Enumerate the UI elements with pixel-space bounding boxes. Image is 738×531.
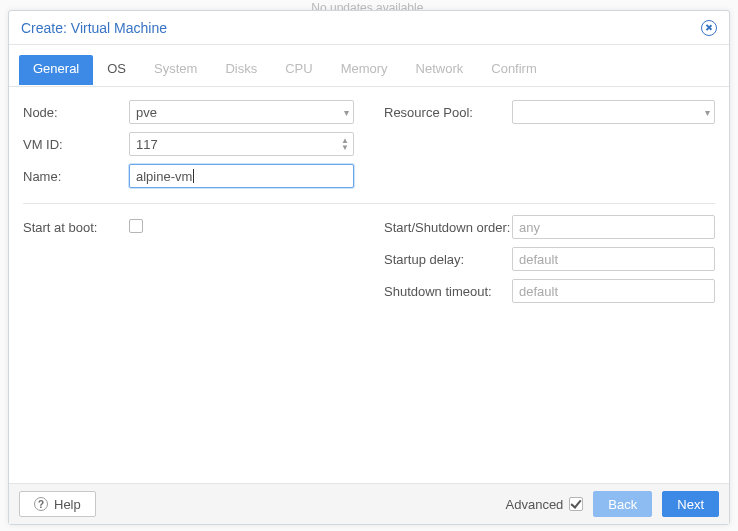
chevron-down-icon: ▾ <box>344 107 349 118</box>
timeout-input[interactable]: default <box>512 279 715 303</box>
delay-value: default <box>519 252 558 267</box>
timeout-value: default <box>519 284 558 299</box>
dialog-footer: ? Help Advanced Back Next <box>9 483 729 524</box>
vmid-spinner[interactable]: 117 ▲▼ <box>129 132 354 156</box>
tab-memory: Memory <box>327 55 402 86</box>
startboot-label: Start at boot: <box>23 220 129 235</box>
help-label: Help <box>54 497 81 512</box>
advanced-toggle[interactable]: Advanced <box>506 497 584 512</box>
tab-confirm: Confirm <box>477 55 551 86</box>
node-combo[interactable]: pve ▾ <box>129 100 354 124</box>
tab-os[interactable]: OS <box>93 55 140 86</box>
order-input[interactable]: any <box>512 215 715 239</box>
help-icon: ? <box>34 497 48 511</box>
create-vm-dialog: Create: Virtual Machine General OS Syste… <box>8 10 730 525</box>
advanced-checkbox[interactable] <box>569 497 583 511</box>
tab-system: System <box>140 55 211 86</box>
back-button[interactable]: Back <box>593 491 652 517</box>
tab-network: Network <box>402 55 478 86</box>
timeout-label: Shutdown timeout: <box>384 284 512 299</box>
advanced-label: Advanced <box>506 497 564 512</box>
tab-cpu: CPU <box>271 55 326 86</box>
order-value: any <box>519 220 540 235</box>
close-icon[interactable] <box>701 20 717 36</box>
pool-combo[interactable]: ▾ <box>512 100 715 124</box>
tab-general[interactable]: General <box>19 55 93 85</box>
divider <box>23 203 715 204</box>
chevron-down-icon: ▾ <box>705 107 710 118</box>
dialog-titlebar: Create: Virtual Machine <box>9 11 729 45</box>
vmid-value: 117 <box>136 137 158 152</box>
dialog-title: Create: Virtual Machine <box>21 20 167 36</box>
help-button[interactable]: ? Help <box>19 491 96 517</box>
text-cursor <box>193 169 194 183</box>
spinner-icon: ▲▼ <box>341 137 349 151</box>
wizard-tabs: General OS System Disks CPU Memory Netwo… <box>9 45 729 87</box>
node-label: Node: <box>23 105 129 120</box>
node-value: pve <box>136 105 157 120</box>
order-label: Start/Shutdown order: <box>384 220 512 235</box>
dialog-body: Node: pve ▾ VM ID: 117 ▲▼ <box>9 87 729 483</box>
name-value: alpine-vm <box>136 169 192 184</box>
name-label: Name: <box>23 169 129 184</box>
delay-label: Startup delay: <box>384 252 512 267</box>
next-button[interactable]: Next <box>662 491 719 517</box>
vmid-label: VM ID: <box>23 137 129 152</box>
name-input[interactable]: alpine-vm <box>129 164 354 188</box>
tab-disks: Disks <box>211 55 271 86</box>
pool-label: Resource Pool: <box>384 105 512 120</box>
delay-input[interactable]: default <box>512 247 715 271</box>
startboot-checkbox[interactable] <box>129 219 143 233</box>
